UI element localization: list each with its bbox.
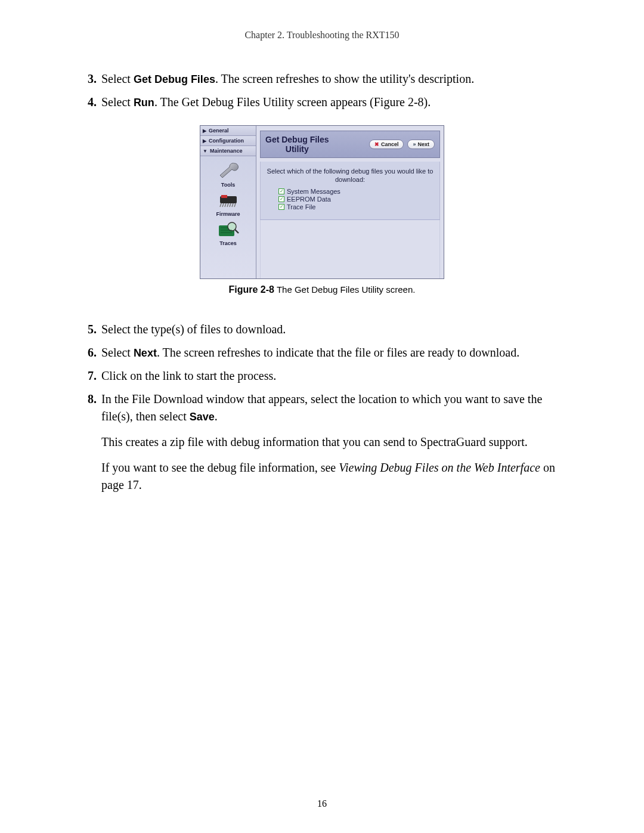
chip-icon <box>215 189 242 210</box>
step-number: 4. <box>78 94 97 111</box>
check-label: Trace File <box>287 203 316 210</box>
figure-caption: Figure 2-8 The Get Debug Files Utility s… <box>78 284 566 296</box>
text-run: . <box>215 410 218 423</box>
step-number: 7. <box>78 367 97 385</box>
step-text: Select Run. The Get Debug Files Utility … <box>101 94 566 111</box>
follow-paragraph-1: This creates a zip file with debug infor… <box>101 433 566 451</box>
step-7: 7. Click on the link to start the proces… <box>78 367 566 385</box>
bold-run: Save <box>190 411 215 423</box>
svg-line-11 <box>235 230 239 233</box>
step-number: 3. <box>78 70 97 88</box>
svg-line-2 <box>220 203 221 207</box>
step-8: 8. In the File Download window that appe… <box>78 391 566 425</box>
svg-line-6 <box>230 203 231 207</box>
bold-run: Get Debug Files <box>134 73 215 85</box>
title-line2: Utility <box>286 144 309 154</box>
nav-label: Configuration <box>209 138 244 144</box>
subnav-tools[interactable]: Tools <box>215 160 242 188</box>
check-label: EEPROM Data <box>287 196 331 203</box>
utility-screenshot: ▶ General ▶ Configuration ▼ Maintenance <box>200 125 444 279</box>
step-text: Select Next. The screen refreshes to ind… <box>101 344 566 361</box>
instruction-list-bottom: 5. Select the type(s) of files to downlo… <box>78 321 566 425</box>
wrench-icon <box>215 160 242 181</box>
triangle-right-icon: ▶ <box>203 138 206 144</box>
follow-paragraph-2: If you want to see the debug file inform… <box>101 459 566 494</box>
step-3: 3. Select Get Debug Files. The screen re… <box>78 70 566 88</box>
panel-prompt: Select which of the following debug file… <box>267 168 434 184</box>
nav-label: General <box>209 128 229 134</box>
page-number: 16 <box>0 798 644 809</box>
cancel-button[interactable]: ✖ Cancel <box>369 140 404 149</box>
bold-run: Next <box>134 347 157 359</box>
title-line1: Get Debug Files <box>265 135 329 144</box>
figure-caption-bold: Figure 2-8 <box>229 284 274 295</box>
text-run: Select <box>101 95 134 109</box>
step-text: Select Get Debug Files. The screen refre… <box>101 70 566 88</box>
document-page: Chapter 2. Troubleshooting the RXT150 3.… <box>0 0 644 833</box>
step-6: 6. Select Next. The screen refreshes to … <box>78 344 566 361</box>
triangle-right-icon: ▶ <box>203 128 206 134</box>
subnav-label: Firmware <box>216 211 240 217</box>
bold-run: Run <box>134 97 154 109</box>
subnav-label: Traces <box>219 240 237 246</box>
step-text: Click on the link to start the process. <box>101 367 566 385</box>
svg-rect-1 <box>221 195 227 198</box>
check-eeprom-data[interactable]: ✓ EEPROM Data <box>278 196 434 203</box>
screenshot-sidebar: ▶ General ▶ Configuration ▼ Maintenance <box>200 126 256 278</box>
step-text: In the File Download window that appears… <box>101 391 566 425</box>
svg-point-10 <box>228 222 236 231</box>
text-run: . The screen refreshes to show the utili… <box>215 72 474 85</box>
checkbox-icon: ✓ <box>278 204 284 210</box>
step-5: 5. Select the type(s) of files to downlo… <box>78 321 566 338</box>
subnav-firmware[interactable]: Firmware <box>215 189 242 217</box>
step-number: 5. <box>78 321 97 338</box>
check-label: System Messages <box>287 188 340 195</box>
step-text: Select the type(s) of files to download. <box>101 321 566 338</box>
step-number: 8. <box>78 391 97 408</box>
step-4: 4. Select Run. The Get Debug Files Utili… <box>78 94 566 111</box>
panel-empty-area <box>260 220 440 278</box>
svg-line-5 <box>227 203 228 207</box>
figure-caption-text: The Get Debug Files Utility screen. <box>274 284 415 295</box>
svg-line-8 <box>234 203 236 207</box>
checkbox-list: ✓ System Messages ✓ EEPROM Data ✓ Trace … <box>278 188 434 210</box>
nav-general[interactable]: ▶ General <box>200 126 256 136</box>
check-system-messages[interactable]: ✓ System Messages <box>278 188 434 195</box>
nav-maintenance[interactable]: ▼ Maintenance <box>200 146 256 156</box>
text-run: Select <box>101 346 134 359</box>
subnav-label: Tools <box>221 182 235 188</box>
svg-line-7 <box>232 203 233 207</box>
nav-configuration[interactable]: ▶ Configuration <box>200 136 256 146</box>
subnav: Tools <box>200 156 256 278</box>
checkbox-icon: ✓ <box>278 188 284 194</box>
checkbox-icon: ✓ <box>278 196 284 202</box>
step-number: 6. <box>78 344 97 361</box>
text-run: Select <box>101 72 134 85</box>
figure-2-8: ▶ General ▶ Configuration ▼ Maintenance <box>78 125 566 296</box>
panel-titlebar: Get Debug Files Utility ✖ Cancel » Next <box>260 131 440 158</box>
text-run: If you want to see the debug file inform… <box>101 461 339 474</box>
text-run: In the File Download window that appears… <box>101 392 542 423</box>
nav-label: Maintenance <box>210 148 243 154</box>
svg-line-4 <box>225 203 226 207</box>
subnav-traces[interactable]: Traces <box>215 218 242 246</box>
button-label: Cancel <box>381 141 399 147</box>
next-button[interactable]: » Next <box>407 140 435 149</box>
panel-body: Select which of the following debug file… <box>260 162 440 220</box>
triangle-down-icon: ▼ <box>203 148 208 154</box>
instruction-list-top: 3. Select Get Debug Files. The screen re… <box>78 70 566 111</box>
button-label: Next <box>417 141 429 147</box>
italic-run: Viewing Debug Files on the Web Interface <box>339 461 540 474</box>
screenshot-main: Get Debug Files Utility ✖ Cancel » Next <box>256 126 444 278</box>
magnifier-icon <box>215 218 242 240</box>
chapter-header: Chapter 2. Troubleshooting the RXT150 <box>78 30 566 41</box>
cancel-x-icon: ✖ <box>374 141 379 147</box>
panel-title: Get Debug Files Utility <box>265 135 329 154</box>
svg-line-3 <box>222 203 224 207</box>
next-arrow-icon: » <box>413 141 416 147</box>
text-run: . The Get Debug Files Utility screen app… <box>154 95 431 109</box>
panel-buttons: ✖ Cancel » Next <box>369 140 435 149</box>
text-run: . The screen refreshes to indicate that … <box>157 346 519 359</box>
check-trace-file[interactable]: ✓ Trace File <box>278 203 434 210</box>
